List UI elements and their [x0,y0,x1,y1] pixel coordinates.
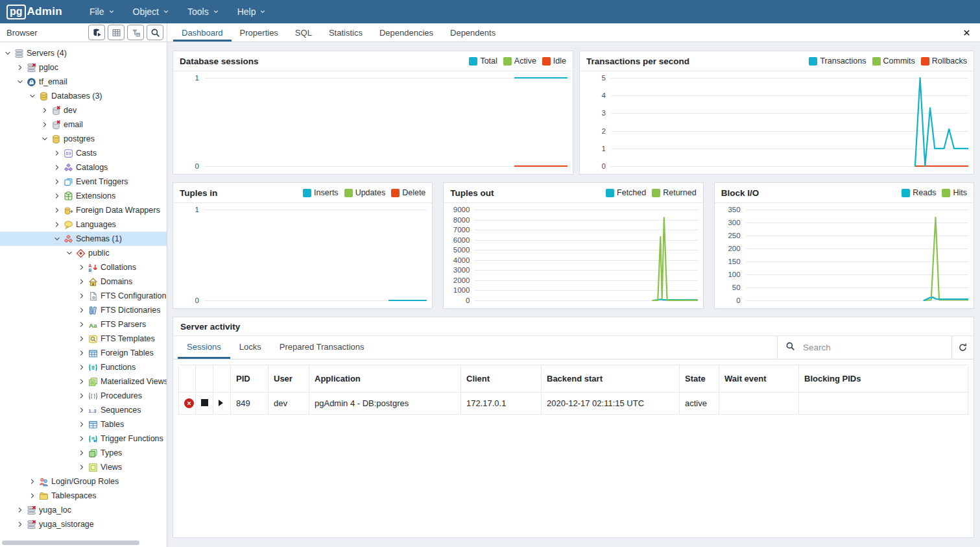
tree-horizontal-scrollbar[interactable] [2,541,139,545]
chevron-right-icon[interactable] [40,105,50,115]
chevron-down-icon[interactable] [27,91,38,101]
chevron-right-icon[interactable] [77,276,87,287]
tab-dependencies[interactable]: Dependencies [371,23,442,42]
chevron-down-icon[interactable] [40,134,50,144]
y-tick-label: 3 [580,109,606,117]
sa-tab-sessions[interactable]: Sessions [178,336,230,359]
tab-sql[interactable]: SQL [287,23,320,42]
tree-item-fts-parsers[interactable]: AaFTS Parsers [0,317,167,332]
chevron-down-icon[interactable] [3,48,13,58]
tab-statistics[interactable]: Statistics [320,23,371,42]
tree-item-databases-3-[interactable]: Databases (3) [0,89,167,103]
chevron-right-icon[interactable] [77,433,87,444]
tab-dashboard[interactable]: Dashboard [173,23,232,42]
session-search-input[interactable] [803,343,944,352]
chevron-right-icon[interactable] [77,334,87,344]
tree-item-label: Types [101,448,122,457]
chevron-right-icon[interactable] [52,162,62,173]
pgadmin-logo[interactable]: pg Admin [6,5,62,19]
tab-close-button[interactable] [962,23,971,42]
chevron-right-icon[interactable] [52,219,62,230]
chevron-right-icon[interactable] [52,205,62,215]
tree-item-trigger-functions[interactable]: Trigger Functions [0,432,167,446]
tree-item-foreign-data-wrappers[interactable]: Foreign Data Wrappers [0,203,167,217]
browser-filter-button[interactable] [127,25,144,40]
sa-tab-prepared-transactions[interactable]: Prepared Transactions [270,336,374,359]
tree-item-extensions[interactable]: Extensions [0,189,167,203]
legend-label: Hits [953,188,967,197]
chevron-right-icon[interactable] [77,291,87,301]
chevron-right-icon[interactable] [77,405,87,415]
tree-item-languages[interactable]: Languages [0,217,167,232]
browser-grid-view-button[interactable] [108,25,125,40]
chevron-right-icon[interactable] [77,348,87,358]
chevron-right-icon[interactable] [52,148,62,158]
chevron-right-icon[interactable] [77,448,87,458]
chevron-right-icon[interactable] [27,491,38,501]
tree-item-casts[interactable]: 69Casts [0,146,167,160]
chevron-right-icon[interactable] [77,362,87,372]
tree-item-procedures[interactable]: Procedures [0,389,167,403]
menu-help[interactable]: Help [230,3,274,21]
tree-item-domains[interactable]: Domains [0,274,167,289]
tree-item-postgres[interactable]: postgres [0,132,167,146]
browser-search-button[interactable] [147,25,163,40]
chevron-right-icon[interactable] [77,462,87,472]
chevron-right-icon[interactable] [40,119,50,130]
menu-object[interactable]: Object [125,3,177,21]
cancel-query-button[interactable] [201,399,208,406]
tab-dependents[interactable]: Dependents [442,23,504,42]
tree-item-functions[interactable]: Functions [0,360,167,374]
chevron-right-icon[interactable] [52,191,62,201]
tree-item-types[interactable]: Types [0,446,167,460]
tree-item-pgloc[interactable]: pgloc [0,60,167,75]
chevron-right-icon[interactable] [77,262,87,273]
tree-item-yuga-loc[interactable]: yuga_loc [0,503,167,517]
chevron-right-icon[interactable] [77,376,87,387]
chevron-right-icon[interactable] [77,319,87,330]
chart-panel-tuples-in: Tuples inInsertsUpdatesDelete10 [173,182,433,309]
tree-item-yuga-sistorage[interactable]: yuga_sistorage [0,517,167,531]
tree-item-foreign-tables[interactable]: Foreign Tables [0,346,167,360]
tree-item-catalogs[interactable]: Catalogs [0,160,167,175]
tree-item-schemas-1-[interactable]: Schemas (1) [0,232,167,246]
chevron-right-icon[interactable] [15,505,25,515]
sa-tab-locks[interactable]: Locks [230,336,270,359]
chevron-right-icon[interactable] [15,62,25,73]
menu-file[interactable]: File [82,3,123,21]
tree-item-tables[interactable]: Tables [0,417,167,432]
chevron-right-icon[interactable] [15,519,25,529]
legend-swatch [902,189,910,197]
chevron-down-icon[interactable] [64,248,75,258]
tree-item-fts-templates[interactable]: FTS Templates [0,332,167,346]
tree-item-tablespaces[interactable]: Tablespaces [0,489,167,503]
tree-item-servers-4-[interactable]: Servers (4) [0,46,167,60]
browser-database-quick-connect-button[interactable] [88,25,105,40]
tree-item-event-triggers[interactable]: Event Triggers [0,175,167,189]
refresh-button[interactable] [951,336,974,359]
tree-item-dev[interactable]: dev [0,103,167,117]
chevron-right-icon[interactable] [27,476,38,487]
tab-properties[interactable]: Properties [232,23,287,42]
menu-tools[interactable]: Tools [180,3,227,21]
tree-item-fts-configurations[interactable]: FTS Configurations [0,289,167,303]
chevron-down-icon [259,8,266,15]
tree-item-public[interactable]: public [0,246,167,260]
chevron-down-icon[interactable] [52,234,62,244]
tree-item-materialized-views[interactable]: Materialized Views [0,374,167,389]
chevron-down-icon[interactable] [15,77,25,87]
chevron-right-icon[interactable] [77,305,87,315]
tree-item-login-group-roles[interactable]: Login/Group Roles [0,474,167,489]
tree-item-fts-dictionaries[interactable]: FTS Dictionaries [0,303,167,317]
chevron-right-icon[interactable] [52,176,62,187]
terminate-session-button[interactable] [184,398,194,408]
fts-configurations-icon [88,291,99,301]
expand-row-button[interactable] [219,400,223,406]
tree-item-views[interactable]: Views [0,460,167,474]
tree-item-tf-email[interactable]: tf_email [0,75,167,89]
chevron-right-icon[interactable] [77,419,87,430]
tree-item-collations[interactable]: ABCollations [0,260,167,274]
tree-item-email[interactable]: email [0,117,167,132]
tree-item-sequences[interactable]: 1..3Sequences [0,403,167,417]
chevron-right-icon[interactable] [77,391,87,401]
